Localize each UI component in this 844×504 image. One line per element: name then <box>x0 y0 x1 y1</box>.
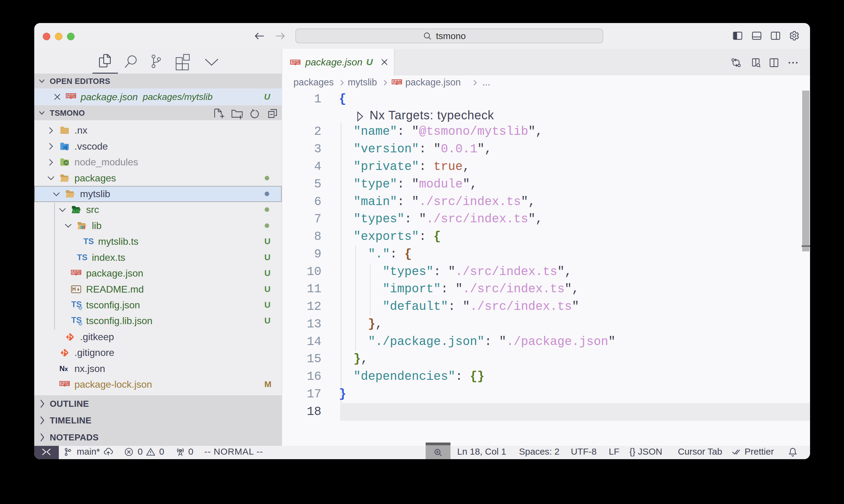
svg-text:</>: </> <box>73 209 80 214</box>
svg-text:TS: TS <box>83 237 94 246</box>
svg-text:TS: TS <box>77 253 88 262</box>
svg-text:x: x <box>65 365 68 372</box>
svg-text:N: N <box>59 364 65 373</box>
svg-text:JS: JS <box>64 161 68 164</box>
